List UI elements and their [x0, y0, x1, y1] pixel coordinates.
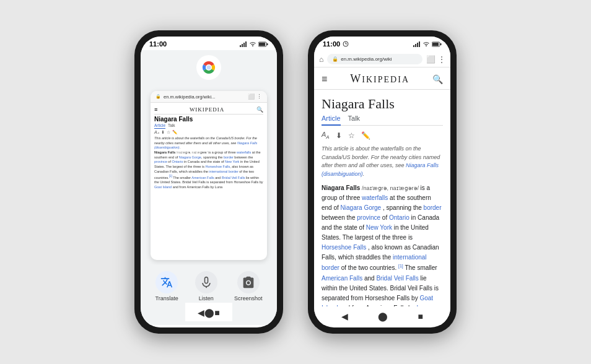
task-card-content: ≡ WIKIPEDIA 🔍 Niagara Falls Article Talk… [151, 103, 267, 192]
listen-icon[interactable] [195, 271, 217, 293]
tab-article[interactable]: Article [322, 115, 341, 126]
screenshot-label: Screenshot [234, 295, 263, 301]
wiki-tabs-sm: Article Talk [154, 123, 263, 129]
tab-switcher-icon[interactable]: ⬜ [426, 55, 436, 64]
tool-edit[interactable]: ✏️ [361, 131, 370, 140]
url-text-sm: en.m.wikipedia.org/wiki... [164, 94, 245, 100]
citation-1[interactable]: [1] [398, 264, 403, 268]
link-niagara-gorge[interactable]: Niagara Gorge [341, 204, 382, 211]
tool-download[interactable]: ⬇ [336, 131, 342, 140]
article-subject: Niagara Falls [322, 184, 360, 191]
lock-icon-sm: 🔒 [155, 94, 161, 99]
tool-download-sm: ⬇ [161, 130, 165, 135]
wiki-menu-icon[interactable]: ≡ [322, 74, 327, 85]
time-right: 11:00 [323, 40, 340, 48]
wiki-tools-sm: Aₐ ⬇ ☆ ✏️ [154, 130, 263, 135]
link-ontario[interactable]: Ontario [389, 214, 409, 221]
scene: 11:00 [0, 0, 591, 364]
svg-rect-21 [432, 43, 439, 46]
back-btn-right[interactable]: ◀ [341, 311, 348, 321]
home-btn-right[interactable]: ⬤ [378, 311, 388, 321]
svg-rect-2 [243, 43, 245, 47]
translate-label: Translate [155, 295, 178, 301]
task-card-url-bar: 🔒 en.m.wikipedia.org/wiki... ⬜ ⋮ [151, 91, 267, 103]
listen-label: Listen [199, 295, 214, 301]
link-horseshoe-falls[interactable]: Horseshoe Falls [322, 244, 366, 251]
listen-action[interactable]: Listen [195, 271, 217, 301]
signal-icon [240, 41, 247, 47]
url-domain: en.m.wikipedia.org/wiki [341, 56, 392, 62]
article-body: Niagara Falls /naɪˈæɡrə, naɪˈæɡərə/ is a… [322, 183, 443, 306]
screenshot-icon[interactable] [237, 271, 260, 293]
svg-rect-20 [440, 43, 442, 45]
wiki-wordmark-sm: WIKIPEDIA [190, 106, 225, 113]
browser-menu-icon[interactable]: ⋮ [438, 55, 445, 64]
article-notice: This article is about the waterfalls on … [322, 145, 443, 178]
link-waterfalls[interactable]: waterfalls [362, 194, 388, 201]
phone-right-body: ⌂ 🔒 en.m.wikipedia.org/wiki ⬜ ⋮ ≡ [314, 50, 450, 325]
nav-bar-right: ◀ ⬤ ■ [314, 306, 450, 325]
screenshot-action[interactable]: Screenshot [234, 271, 263, 301]
recents-btn-left[interactable]: ■ [214, 308, 219, 318]
signal-icon-right [413, 41, 421, 47]
tool-lang-sm: Aₐ [154, 130, 159, 135]
tab-icon-sm: ⬜ [248, 93, 255, 100]
svg-rect-17 [417, 43, 418, 47]
link-bridal-veil[interactable]: Bridal Veil Falls [376, 275, 418, 282]
article-tools: AA ⬇ ☆ ✏️ [322, 131, 443, 140]
chrome-logo [196, 55, 221, 87]
wifi-icon-right [422, 41, 430, 47]
svg-rect-15 [413, 45, 414, 47]
phone-left: 11:00 [134, 30, 283, 334]
wiki-wordmark-text: WIKIPEDIA [350, 72, 409, 85]
home-btn-left[interactable]: ⬤ [204, 308, 214, 318]
link-province[interactable]: province [357, 214, 380, 221]
home-icon[interactable]: ⌂ [319, 55, 323, 64]
status-icons-right [413, 41, 442, 47]
svg-point-10 [207, 66, 211, 70]
task-card[interactable]: 🔒 en.m.wikipedia.org/wiki... ⬜ ⋮ ≡ WIKIP… [151, 91, 267, 260]
wiki-wordmark: WIKIPEDIA [350, 72, 409, 85]
browser-actions: ⬜ ⋮ [426, 55, 445, 64]
chrome-bottom: Translate Listen [141, 265, 277, 325]
tab-talk[interactable]: Talk [348, 115, 361, 123]
svg-rect-0 [240, 45, 241, 47]
wiki-search-icon[interactable]: 🔍 [432, 74, 443, 84]
wiki-header-sm: ≡ WIKIPEDIA 🔍 [154, 105, 263, 115]
svg-rect-18 [419, 41, 420, 47]
svg-rect-6 [259, 43, 265, 46]
battery-icon-right [432, 41, 442, 47]
wikipedia-article: ≡ WIKIPEDIA 🔍 Niagara Falls Article Talk [314, 67, 450, 306]
tool-language[interactable]: AA [322, 131, 330, 140]
link-new-york[interactable]: New York [366, 224, 392, 231]
menu-icon-sm: ⋮ [256, 93, 262, 100]
url-pill[interactable]: 🔒 en.m.wikipedia.org/wiki [327, 54, 422, 64]
wifi-icon-left [249, 41, 256, 47]
wiki-search-sm: 🔍 [256, 106, 263, 113]
lock-icon: 🔒 [332, 56, 338, 62]
svg-point-11 [247, 281, 250, 284]
wiki-tab-article-sm: Article [154, 123, 165, 129]
tab-actions: ⬜ ⋮ [248, 93, 262, 100]
article-tabs: Article Talk [322, 115, 443, 126]
translate-icon[interactable] [155, 271, 178, 293]
svg-rect-1 [242, 44, 243, 47]
tool-star[interactable]: ☆ [348, 131, 355, 140]
wiki-menu-sm: ≡ [154, 106, 157, 113]
recents-btn-right[interactable]: ■ [418, 311, 422, 321]
tool-star-sm: ☆ [167, 130, 170, 135]
bottom-actions: Translate Listen [141, 271, 277, 301]
link-american-falls[interactable]: American Falls [322, 275, 362, 282]
back-btn-left[interactable]: ◀ [198, 308, 204, 318]
time-left: 11:00 [149, 40, 167, 48]
disambiguation-link[interactable]: Niagara Falls (disambiguation) [322, 162, 439, 177]
svg-rect-16 [415, 44, 416, 47]
svg-rect-3 [245, 41, 247, 47]
link-border[interactable]: border [424, 204, 442, 211]
status-icons-left [240, 41, 268, 47]
alarm-icon [343, 41, 349, 47]
wiki-tab-talk-sm: Talk [168, 123, 175, 129]
translate-action[interactable]: Translate [155, 271, 178, 301]
svg-rect-5 [267, 43, 268, 45]
wiki-body-preview: This article is about the waterfalls on … [154, 136, 263, 189]
